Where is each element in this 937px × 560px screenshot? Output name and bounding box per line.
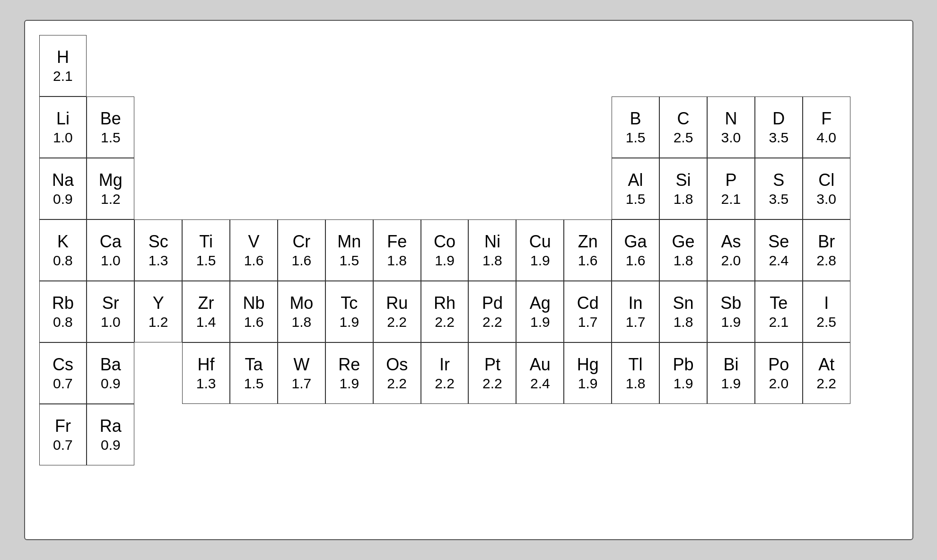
empty-cell: [850, 219, 898, 281]
en-h: 2.1: [53, 68, 73, 85]
element-fe: Fe1.8: [373, 219, 421, 281]
en-tl: 1.8: [626, 375, 646, 392]
element-grid: H2.1Li1.0Be1.5B1.5C2.5N3.0D3.5F4.0Na0.9M…: [39, 35, 898, 465]
empty-cell: [230, 96, 278, 158]
empty-cell: [468, 158, 516, 219]
empty-cell: [850, 281, 898, 342]
en-pb: 1.9: [674, 375, 693, 392]
symbol-sc: Sc: [149, 231, 168, 252]
element-rb: Rb0.8: [39, 281, 87, 342]
element-v: V1.6: [230, 219, 278, 281]
element-h: H2.1: [39, 35, 87, 96]
element-re: Re1.9: [325, 342, 373, 404]
empty-cell: [373, 404, 421, 465]
symbol-k: K: [57, 231, 69, 252]
element-ta: Ta1.5: [230, 342, 278, 404]
symbol-v: V: [248, 231, 259, 252]
element-c: C2.5: [659, 96, 707, 158]
element-ca: Ca1.0: [87, 219, 134, 281]
symbol-sr: Sr: [102, 293, 119, 313]
empty-cell: [278, 96, 325, 158]
empty-cell: [850, 158, 898, 219]
element-tl: Tl1.8: [612, 342, 659, 404]
element-rh: Rh2.2: [421, 281, 469, 342]
element-in: In1.7: [612, 281, 659, 342]
element-sn: Sn1.8: [659, 281, 707, 342]
symbol-fe: Fe: [387, 231, 407, 252]
element-li: Li1.0: [39, 96, 87, 158]
element-b: B1.5: [612, 96, 659, 158]
empty-cell: [755, 35, 803, 96]
en-fe: 1.8: [387, 252, 407, 269]
symbol-w: W: [293, 354, 309, 375]
element-pd: Pd2.2: [468, 281, 516, 342]
element-zr: Zr1.4: [182, 281, 230, 342]
element-hf: Hf1.3: [182, 342, 230, 404]
symbol-ta: Ta: [245, 354, 263, 375]
empty-cell: [516, 158, 564, 219]
symbol-cs: Cs: [53, 354, 73, 375]
en-v: 1.6: [244, 252, 264, 269]
periodic-table: H2.1Li1.0Be1.5B1.5C2.5N3.0D3.5F4.0Na0.9M…: [24, 20, 913, 540]
element-zn: Zn1.6: [564, 219, 612, 281]
symbol-at: At: [818, 354, 834, 375]
symbol-na: Na: [52, 170, 74, 190]
empty-cell: [707, 404, 755, 465]
empty-cell: [230, 35, 278, 96]
element-y: Y1.2: [134, 281, 182, 342]
empty-cell: [850, 35, 898, 96]
en-be: 1.5: [101, 129, 121, 146]
empty-cell: [182, 404, 230, 465]
symbol-cr: Cr: [292, 231, 310, 252]
en-cr: 1.6: [292, 252, 312, 269]
empty-cell: [850, 96, 898, 158]
en-ir: 2.2: [435, 375, 455, 392]
element-f: F4.0: [803, 96, 850, 158]
en-au: 2.4: [530, 375, 550, 392]
empty-cell: [516, 35, 564, 96]
symbol-zr: Zr: [198, 293, 214, 313]
symbol-tc: Tc: [341, 293, 358, 313]
symbol-i: I: [824, 293, 829, 313]
symbol-mn: Mn: [337, 231, 361, 252]
element-mo: Mo1.8: [278, 281, 325, 342]
en-ca: 1.0: [101, 252, 121, 269]
element-cs: Cs0.7: [39, 342, 87, 404]
symbol-mo: Mo: [289, 293, 313, 313]
empty-cell: [421, 35, 469, 96]
symbol-al: Al: [628, 170, 643, 190]
en-te: 2.1: [769, 314, 788, 331]
element-na: Na0.9: [39, 158, 87, 219]
symbol-si: Si: [675, 170, 691, 190]
element-ba: Ba0.9: [87, 342, 134, 404]
symbol-po: Po: [768, 354, 789, 375]
empty-cell: [421, 158, 469, 219]
en-cs: 0.7: [53, 375, 73, 392]
en-ge: 1.8: [674, 252, 693, 269]
empty-cell: [659, 35, 707, 96]
en-in: 1.7: [626, 314, 646, 331]
en-cd: 1.7: [578, 314, 598, 331]
empty-cell: [373, 96, 421, 158]
en-as: 2.0: [721, 252, 741, 269]
empty-cell: [325, 404, 373, 465]
element-sb: Sb1.9: [707, 281, 755, 342]
empty-cell: [421, 404, 469, 465]
element-fr: Fr0.7: [39, 404, 87, 465]
en-p: 2.1: [721, 191, 741, 208]
en-cu: 1.9: [530, 252, 550, 269]
symbol-fr: Fr: [55, 416, 71, 436]
element-al: Al1.5: [612, 158, 659, 219]
empty-cell: [516, 404, 564, 465]
en-ru: 2.2: [387, 314, 407, 331]
en-br: 2.8: [816, 252, 836, 269]
symbol-in: In: [629, 293, 643, 313]
empty-cell: [134, 96, 182, 158]
symbol-f: F: [821, 108, 832, 129]
element-as: As2.0: [707, 219, 755, 281]
symbol-ti: Ti: [199, 231, 213, 252]
en-ta: 1.5: [244, 375, 264, 392]
symbol-n: N: [725, 108, 737, 129]
symbol-c: C: [677, 108, 689, 129]
en-f: 4.0: [816, 129, 836, 146]
